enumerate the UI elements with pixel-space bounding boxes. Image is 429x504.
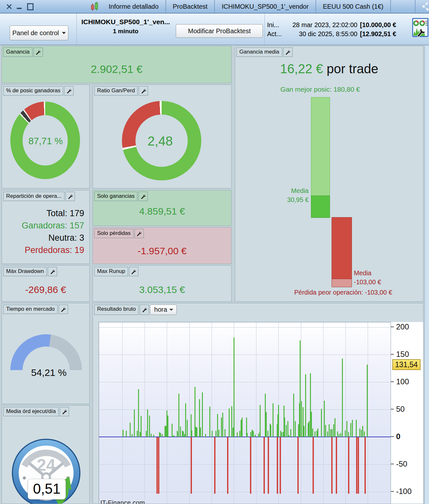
y-axis-label: 150 bbox=[396, 350, 409, 359]
ratio-wrench-icon[interactable] bbox=[139, 86, 148, 96]
media-ord-label: Media órd ejecut/día bbox=[3, 407, 59, 416]
profit-bar bbox=[132, 434, 133, 437]
ganancia-media-headline: 16,22 € por trade bbox=[235, 62, 423, 76]
max-drawdown-wrench-icon[interactable] bbox=[48, 267, 57, 276]
profit-bar bbox=[345, 430, 346, 437]
avg-loss-bar bbox=[332, 217, 352, 279]
share-icon[interactable] bbox=[418, 2, 429, 11]
profit-bar bbox=[153, 435, 154, 437]
profit-bar bbox=[362, 426, 363, 437]
y-axis-label: 200 bbox=[396, 322, 409, 331]
media-ord-wrench-icon[interactable] bbox=[60, 407, 69, 416]
solo-perdidas-wrench-icon[interactable] bbox=[135, 229, 144, 238]
panel-solo-ganancias: Solo ganancias 4.859,51 € bbox=[93, 190, 232, 226]
profit-bar bbox=[151, 434, 152, 437]
profit-bar bbox=[284, 418, 285, 437]
profit-bar bbox=[267, 431, 268, 437]
profit-bar bbox=[126, 431, 127, 437]
panel-reparticion: Repartición de opera... Total: 179Ganado… bbox=[2, 190, 90, 264]
modificar-probacktest-button[interactable]: Modificar ProBacktest bbox=[176, 24, 263, 38]
vertical-gridline bbox=[212, 322, 212, 504]
tiempo-mercado-wrench-icon[interactable] bbox=[59, 305, 68, 314]
ganancia-media-value: 16,22 € bbox=[280, 62, 323, 76]
vertical-gridline bbox=[189, 322, 190, 504]
loss-bar bbox=[364, 437, 366, 494]
chart-axis: 200150100500-50-100131,54 bbox=[391, 322, 424, 504]
media-win-value: 30,95 € bbox=[287, 196, 309, 204]
reparticion-row-3: Perdedoras: 19 bbox=[2, 244, 89, 256]
profit-bar bbox=[123, 430, 124, 437]
profit-bar bbox=[162, 434, 163, 437]
close-icon[interactable] bbox=[6, 3, 12, 10]
profit-bar bbox=[367, 365, 368, 437]
media-win-label: Media bbox=[291, 187, 309, 195]
profit-bar bbox=[301, 401, 302, 437]
profit-bar bbox=[196, 428, 197, 437]
loss-bar bbox=[156, 437, 158, 494]
profit-bar bbox=[187, 420, 188, 437]
titlebar-tab-1[interactable]: ProBacktest bbox=[166, 0, 215, 13]
grouping-dropdown[interactable]: hora bbox=[150, 305, 177, 315]
minimize-icon[interactable] bbox=[16, 3, 23, 10]
loss-bar bbox=[297, 437, 299, 494]
tiempo-mercado-value: 54,21 % bbox=[5, 367, 90, 378]
resultado-bruto-wrench-icon[interactable] bbox=[140, 305, 149, 315]
reparticion-wrench-icon[interactable] bbox=[65, 192, 75, 201]
end-info-row: Act... 30 dic 2025, 8:55:00 [12.902,51 € bbox=[267, 30, 411, 39]
titlebar-tab-2[interactable]: ICHIMOKU_SP500_1'_vendor bbox=[215, 0, 316, 13]
solo-ganancias-wrench-icon[interactable] bbox=[138, 192, 148, 201]
loss-bar bbox=[356, 437, 357, 494]
profit-bar bbox=[317, 428, 318, 437]
pct-ganadoras-label: % de posic ganadoras bbox=[3, 86, 63, 96]
profit-bar bbox=[325, 425, 326, 437]
ganancia-media-wrench-icon[interactable] bbox=[283, 47, 293, 57]
profit-bar bbox=[253, 431, 254, 437]
loss-bar bbox=[214, 437, 215, 494]
panel-de-control-button[interactable]: Panel de control bbox=[10, 25, 68, 40]
panel-media-ord: Media órd ejecut/día 24 0,51 bbox=[2, 405, 90, 504]
profit-bar bbox=[314, 431, 315, 437]
profit-bar bbox=[260, 405, 261, 437]
max-runup-wrench-icon[interactable] bbox=[129, 267, 138, 276]
profit-bar bbox=[191, 430, 192, 437]
ganancia-wrench-icon[interactable] bbox=[34, 47, 43, 57]
profit-bar bbox=[239, 431, 240, 437]
profit-bar bbox=[177, 432, 178, 437]
vertical-gridline bbox=[122, 322, 123, 504]
resultado-bruto-label: Resultado bruto bbox=[94, 305, 139, 315]
profit-bar bbox=[229, 408, 230, 437]
dashboard-panel-icon[interactable] bbox=[412, 18, 428, 38]
profit-bar bbox=[290, 429, 291, 437]
profit-bar bbox=[288, 435, 289, 437]
media-loss-label: Media bbox=[354, 269, 371, 277]
pct-ganadoras-value: 87,71 % bbox=[2, 136, 89, 146]
maximize-icon[interactable] bbox=[26, 3, 33, 10]
profit-bar bbox=[332, 429, 333, 437]
y-axis-label: -50 bbox=[396, 459, 407, 469]
profit-bar bbox=[242, 418, 243, 437]
profit-bar bbox=[138, 389, 139, 437]
profit-bar bbox=[346, 421, 347, 437]
end-date: 30 dic 2025, 8:55:00 bbox=[282, 30, 357, 38]
profit-bar bbox=[312, 428, 313, 437]
pct-ganadoras-wrench-icon[interactable] bbox=[64, 86, 74, 96]
chart-plot[interactable]: IT-Finance.com bbox=[99, 322, 391, 504]
avg-win-bar-dark bbox=[311, 196, 330, 218]
profit-bar bbox=[311, 412, 312, 437]
profit-bar bbox=[134, 409, 135, 437]
profit-bar bbox=[167, 416, 168, 437]
profit-bar bbox=[130, 423, 131, 437]
panel-pct-ganadoras: % de posic ganadoras 87,71 % bbox=[2, 85, 90, 188]
vertical-gridline bbox=[256, 322, 256, 504]
vertical-scrollbar[interactable] bbox=[424, 46, 429, 504]
profit-bar bbox=[183, 431, 184, 437]
profit-bar bbox=[356, 420, 357, 437]
titlebar-tab-3[interactable]: EEUU 500 Cash (1€) bbox=[316, 0, 391, 13]
toolbar: Panel de control ICHIMOKU_SP500_1'_ven..… bbox=[0, 14, 429, 45]
avg-win-bar-light bbox=[311, 97, 330, 196]
best-position-label: Gan mejor posic: 180,80 € bbox=[235, 86, 414, 93]
profit-bar bbox=[286, 425, 287, 437]
titlebar-tab-0[interactable]: Informe detallado bbox=[102, 0, 166, 13]
y-axis-tick bbox=[391, 409, 394, 409]
loss-bar bbox=[227, 437, 228, 494]
